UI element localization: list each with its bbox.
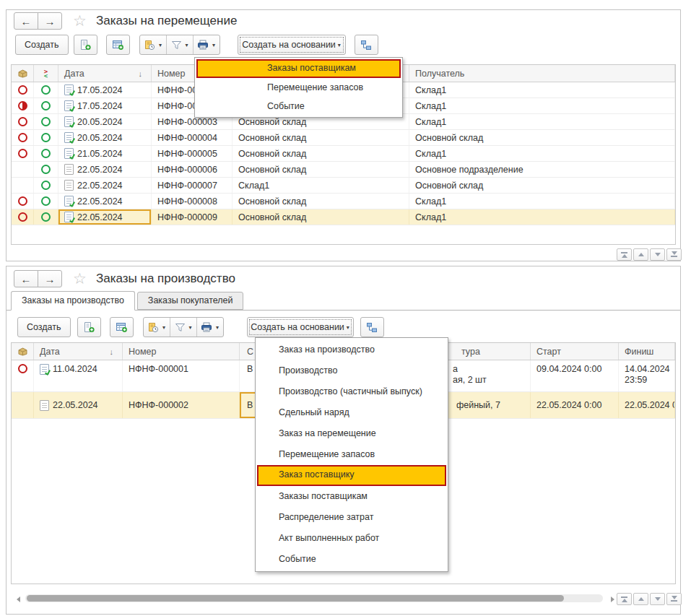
- header-package-box-icon[interactable]: [12, 343, 34, 360]
- document-icon: [64, 164, 74, 175]
- scroll-left-icon[interactable]: [17, 597, 20, 602]
- menu-item[interactable]: Заказы поставщикам: [256, 486, 448, 507]
- cell-finish: 22.05.2024 0:0: [619, 392, 675, 418]
- header-date[interactable]: Дата↓: [34, 343, 123, 360]
- create-based-on-button[interactable]: Создать на основании ▾: [238, 35, 346, 55]
- header-package-box-icon[interactable]: [12, 65, 34, 82]
- create-button[interactable]: Создать: [17, 317, 71, 337]
- table-row[interactable]: 21.05.2024 НФНФ-000005 Основной склад Ск…: [12, 146, 675, 162]
- create-based-on-menu: Заказ на производство Производство Произ…: [255, 337, 448, 572]
- tab-customer-orders[interactable]: Заказы покупателей: [137, 292, 244, 310]
- cell-date: 22.05.2024: [53, 400, 98, 410]
- shipment-status-icon: [41, 117, 51, 126]
- tab-bar: Заказы на производство Заказы покупателе…: [6, 291, 680, 311]
- table-row[interactable]: 22.05.2024 НФНФ-000006 Основной склад Ос…: [12, 162, 675, 178]
- cell-date: 11.04.2024: [53, 364, 97, 374]
- header-start[interactable]: Старт: [531, 343, 619, 360]
- create-button[interactable]: Создать: [15, 35, 69, 55]
- window-production-orders: ← → ☆ Заказы на производство Заказы на п…: [6, 266, 681, 615]
- go-previous-button[interactable]: [633, 593, 648, 605]
- menu-item[interactable]: Производство (частичный выпуск): [256, 381, 448, 402]
- go-last-button[interactable]: [666, 248, 682, 261]
- go-next-button[interactable]: [650, 593, 665, 605]
- go-last-button[interactable]: [666, 593, 682, 605]
- header-receiver[interactable]: Получатель: [409, 65, 675, 82]
- menu-item[interactable]: Событие: [256, 549, 448, 570]
- cell-number: НФНФ-000007: [152, 178, 232, 193]
- filter-button[interactable]: ▾: [170, 318, 197, 337]
- cell-number: НФНФ-000008: [152, 194, 232, 209]
- copy-with-clock-icon: [147, 322, 159, 333]
- menu-item[interactable]: Распределение затрат: [256, 507, 448, 528]
- print-button[interactable]: ▾: [194, 35, 220, 54]
- shipment-status-icon: [41, 165, 51, 174]
- menu-item[interactable]: Акт выполненных работ: [256, 528, 448, 549]
- scrollbar-thumb[interactable]: [27, 595, 564, 602]
- sort-desc-icon: ↓: [110, 347, 114, 356]
- header-finish[interactable]: Финиш: [619, 343, 675, 360]
- header-date[interactable]: Дата↓: [58, 65, 152, 82]
- horizontal-scrollbar[interactable]: [17, 594, 614, 604]
- copy-with-clock-icon: [144, 40, 155, 51]
- cell-receiver: Основной склад: [409, 178, 675, 193]
- menu-item[interactable]: Перемещение запасов: [256, 444, 448, 465]
- menu-item[interactable]: Сдельный наряд: [256, 402, 448, 423]
- table-row[interactable]: 22.05.2024 НФНФ-000007 Склад1 Основной с…: [12, 178, 675, 194]
- window-transfer-orders: ← → ☆ Заказы на перемещение Создать ▾: [6, 9, 681, 261]
- forward-button[interactable]: →: [38, 270, 62, 287]
- cell-receiver: Склад1: [409, 209, 675, 225]
- reserve-status-icon: [18, 117, 27, 126]
- titlebar: ← → ☆ Заказы на перемещение: [6, 10, 680, 33]
- scroll-right-icon[interactable]: [611, 597, 614, 602]
- new-list-icon: [116, 321, 128, 333]
- new-document-button[interactable]: [77, 317, 101, 337]
- favorite-star-icon[interactable]: ☆: [73, 12, 87, 30]
- cell-sender: Основной склад: [232, 209, 409, 225]
- new-document-button[interactable]: [74, 35, 97, 55]
- new-list-button[interactable]: [110, 317, 134, 337]
- header-number[interactable]: Номер: [123, 343, 240, 360]
- back-button[interactable]: ←: [14, 12, 38, 30]
- cell-number: НФНФ-000002: [123, 392, 240, 418]
- shipment-status-icon: [41, 212, 51, 222]
- scrollbar-track[interactable]: [25, 594, 603, 602]
- related-documents-button[interactable]: [360, 317, 384, 337]
- table-row-selected[interactable]: 22.05.2024 НФНФ-000009 Основной склад Ск…: [12, 209, 675, 225]
- related-documents-button[interactable]: [355, 35, 378, 55]
- dropdown-arrow-icon: ▾: [186, 42, 188, 48]
- forward-button[interactable]: →: [38, 12, 62, 30]
- go-next-button[interactable]: [650, 248, 665, 261]
- go-first-button[interactable]: [617, 593, 632, 605]
- menu-item[interactable]: Перемещение запасов: [195, 78, 402, 97]
- menu-item-highlighted[interactable]: Заказы поставщикам: [196, 59, 401, 78]
- menu-item[interactable]: Заказ на перемещение: [256, 423, 448, 444]
- document-icon: [64, 116, 74, 127]
- menu-item[interactable]: Событие: [195, 97, 402, 116]
- header-posting-arrows-icon[interactable]: ><: [34, 65, 58, 82]
- table-row[interactable]: 20.05.2024 НФНФ-000004 Основной склад Ос…: [12, 130, 675, 146]
- menu-item[interactable]: Производство: [256, 360, 448, 381]
- back-button[interactable]: ←: [14, 270, 38, 287]
- document-icon: [64, 100, 74, 111]
- print-button[interactable]: ▾: [197, 318, 223, 337]
- copy-with-clock-button[interactable]: ▾: [144, 318, 170, 337]
- desktop: ← → ☆ Заказы на перемещение Создать ▾: [0, 0, 691, 616]
- cell-number: НФНФ-000005: [152, 146, 232, 161]
- page-title: Заказы на производство: [96, 272, 235, 286]
- new-document-icon: [79, 39, 92, 51]
- copy-with-clock-button[interactable]: ▾: [140, 35, 167, 54]
- go-first-button[interactable]: [617, 248, 632, 261]
- cell-receiver: Склад1: [409, 114, 675, 129]
- new-list-button[interactable]: [106, 35, 130, 55]
- tab-production-orders[interactable]: Заказы на производство: [11, 291, 135, 311]
- filter-button[interactable]: ▾: [167, 35, 194, 54]
- menu-item-highlighted[interactable]: Заказ поставщику: [257, 465, 446, 486]
- create-based-on-button[interactable]: Создать на основании ▾: [247, 317, 354, 337]
- menu-item[interactable]: Заказ на производство: [256, 339, 448, 360]
- go-previous-button[interactable]: [633, 248, 648, 261]
- favorite-star-icon[interactable]: ☆: [73, 269, 87, 288]
- document-icon: [64, 180, 74, 191]
- cell-date: 22.05.2024: [77, 165, 123, 175]
- create-based-on-menu: Заказы поставщикам Перемещение запасов С…: [194, 57, 403, 118]
- table-row[interactable]: 22.05.2024 НФНФ-000008 Основной склад Ск…: [12, 194, 675, 209]
